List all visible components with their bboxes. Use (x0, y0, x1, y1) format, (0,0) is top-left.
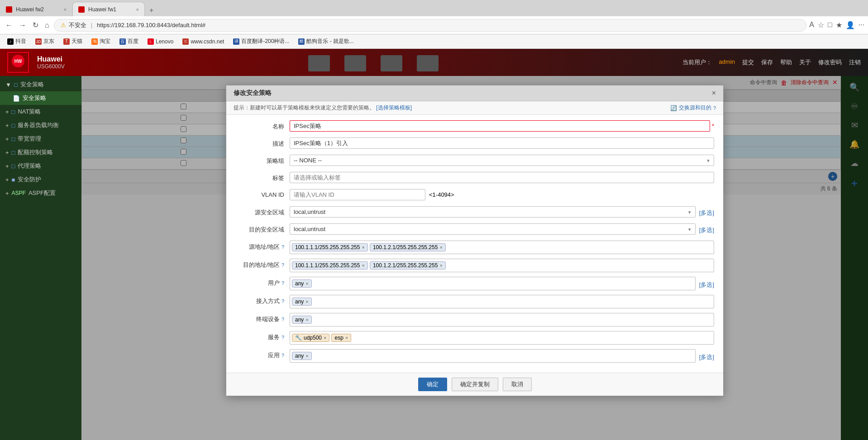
collections-icon[interactable]: □ (828, 21, 832, 29)
service-help-icon[interactable]: ? (281, 335, 284, 340)
sidebar-item-security-policy-child[interactable]: 📄 安全策略 (0, 91, 81, 105)
help-btn[interactable]: 帮助 (780, 58, 792, 66)
terminal-help-icon[interactable]: ? (281, 317, 284, 322)
bookmark-taobao[interactable]: 淘 淘宝 (88, 37, 114, 46)
tab-fw2[interactable]: Huawei fw2 × (0, 2, 72, 16)
tab-close-fw2[interactable]: × (64, 7, 67, 12)
reader-icon[interactable]: A (809, 21, 814, 29)
cancel-button[interactable]: 取消 (503, 378, 532, 391)
service-tag-esp-close[interactable]: × (345, 335, 348, 341)
username-label: admin (719, 58, 735, 66)
bookmark-fanyi[interactable]: 译 百度翻译-200种语... (229, 37, 293, 46)
app-help-icon[interactable]: ? (281, 353, 284, 358)
access-label: 接入方式 ? (235, 295, 290, 305)
src-addr-tag-area[interactable]: 100.1.1.1/255.255.255.255 × 100.1.2.1/25… (290, 241, 714, 254)
tab-close-fw1[interactable]: × (136, 7, 139, 12)
tag-text: any (295, 317, 304, 323)
app-title: USG6000V (37, 63, 65, 70)
logout-btn[interactable]: 注销 (849, 58, 861, 66)
terminal-tag-close[interactable]: × (305, 317, 308, 322)
bookmark-baidu[interactable]: 百 百度 (116, 37, 142, 46)
sidebar-item-protect[interactable]: + ■ 安全防护 (0, 173, 81, 186)
access-tag-close[interactable]: × (305, 299, 308, 304)
form-row-name: 名称 * (235, 120, 714, 133)
reload-button[interactable]: ↻ (31, 19, 40, 31)
confirm-button[interactable]: 确定 (418, 378, 447, 391)
favorites-icon[interactable]: ☆ (818, 21, 824, 29)
address-input[interactable]: ⚠ 不安全 | https://192.168.79.100:8443/defa… (54, 19, 807, 32)
bookmark-douyin[interactable]: ♪ 抖音 (4, 37, 30, 46)
dst-zone-select[interactable] (290, 223, 696, 235)
access-tag: any × (292, 298, 312, 306)
dst-zone-multi-btn[interactable]: [多选] (699, 224, 714, 234)
confirm-copy-button[interactable]: 确定并复制 (452, 378, 498, 391)
menu-icon[interactable]: ··· (858, 21, 864, 29)
sidebar-item-nat[interactable]: + □ NAT策略 (0, 105, 81, 118)
user-help-icon[interactable]: ? (281, 280, 284, 286)
dst-addr-label-text: 目的地址/地区 (243, 261, 280, 268)
service-tag-udp500-close[interactable]: × (324, 335, 326, 341)
bookmark-tmall[interactable]: T 天猫 (60, 37, 86, 46)
modal-close-button[interactable]: × (712, 89, 716, 97)
about-btn[interactable]: 关于 (799, 58, 811, 66)
tab-fw1[interactable]: Huawei fw1 × (72, 2, 145, 16)
save-btn[interactable]: 保存 (761, 58, 773, 66)
dst-addr-help-icon[interactable]: ? (281, 262, 284, 268)
src-addr-help-icon[interactable]: ? (281, 244, 284, 250)
group-select[interactable] (290, 155, 714, 166)
src-addr-tag-1-close[interactable]: × (362, 245, 364, 250)
dst-addr-tag-area[interactable]: 100.1.1.1/255.255.255.255 × 100.1.2.1/25… (290, 259, 714, 272)
star-icon[interactable]: ★ (836, 21, 842, 29)
header-nav: 当前用户： admin 提交 保存 帮助 关于 修改密码 注销 (682, 58, 861, 66)
bookmark-kugou[interactable]: 酷 酷狗音乐 - 就是歌... (295, 37, 358, 46)
sidebar-item-proxy[interactable]: + □ 代理策略 (0, 159, 81, 173)
new-tab-button[interactable]: + (145, 5, 158, 16)
dst-addr-tag-1-close[interactable]: × (362, 263, 364, 268)
access-tag-area[interactable]: any × (290, 295, 714, 308)
app-multi-btn[interactable]: [多选] (699, 351, 714, 361)
sidebar: ▼ □ 安全策略 📄 安全策略 + □ NAT策略 + □ (0, 76, 81, 440)
src-addr-label-text: 源地址/地区 (249, 243, 280, 250)
terminal-tag: any × (292, 316, 312, 324)
tag-input[interactable] (290, 172, 714, 183)
sidebar-item-aspf[interactable]: + ASPF ASPF配置 (0, 186, 81, 200)
src-zone-select[interactable] (290, 206, 696, 218)
form-row-src-addr: 源地址/地区 ? 100.1.1.1/255.255.255.255 × (235, 241, 714, 254)
sidebar-item-security-policy[interactable]: ▼ □ 安全策略 (0, 78, 81, 91)
dst-addr-tag-2-close[interactable]: × (439, 263, 442, 268)
sidebar-item-bandwidth[interactable]: + □ 带宽管理 (0, 132, 81, 146)
hint-link[interactable]: [选择策略模板] (376, 104, 412, 111)
forward-button[interactable]: → (17, 19, 28, 31)
aspf-icon: ASPF (12, 190, 26, 196)
name-input[interactable] (290, 120, 710, 132)
access-help-icon[interactable]: ? (281, 298, 284, 304)
app-tag-area[interactable]: any × (290, 349, 696, 363)
sidebar-item-serverlb[interactable]: + □ 服务器负载均衡 (0, 118, 81, 132)
form-row-app: 应用 ? any × (235, 349, 714, 363)
app-tag-close[interactable]: × (305, 353, 308, 359)
user-tag-area[interactable]: any × (290, 277, 696, 290)
quota-icon: □ (12, 149, 15, 156)
back-button[interactable]: ← (4, 19, 14, 31)
user-multi-btn[interactable]: [多选] (699, 279, 714, 289)
home-button[interactable]: ⌂ (43, 19, 51, 31)
sidebar-item-quota[interactable]: + □ 配额控制策略 (0, 146, 81, 159)
expand-icon-quota: + (5, 149, 9, 156)
account-icon[interactable]: 👤 (846, 21, 855, 29)
submit-btn[interactable]: 提交 (742, 58, 754, 66)
modal-title: 修改安全策略 (234, 89, 272, 97)
url-text: https://192.168.79.100:8443/default.html… (97, 22, 205, 28)
desc-input[interactable] (290, 137, 714, 149)
user-tag-close[interactable]: × (305, 281, 308, 286)
bookmark-lenovo[interactable]: L Lenovo (144, 38, 177, 46)
exchange-btn[interactable]: 🔄 交换源和目的 ? (670, 104, 716, 112)
src-zone-multi-btn[interactable]: [多选] (699, 207, 714, 217)
terminal-tag-area[interactable]: any × (290, 313, 714, 326)
change-pwd-btn[interactable]: 修改密码 (818, 58, 842, 66)
service-tag-area[interactable]: 🔧 udp500 × esp × (290, 331, 714, 345)
src-addr-tag-2-close[interactable]: × (439, 245, 442, 250)
dst-addr-tag-2: 100.1.2.1/255.255.255.255 × (370, 261, 446, 270)
bookmark-csdn[interactable]: C www.csdn.net (179, 38, 228, 46)
vlan-input[interactable] (290, 189, 425, 200)
bookmark-jd[interactable]: JD 京东 (32, 37, 58, 46)
